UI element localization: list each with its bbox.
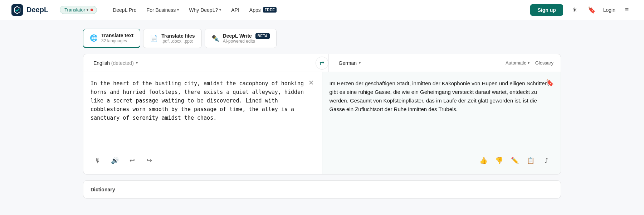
file-icon: 📄: [150, 34, 158, 42]
clear-source-button[interactable]: ✕: [306, 78, 316, 88]
bookmark-nav-button[interactable]: 🔖: [586, 4, 597, 16]
translator-container: English (detected) ▾ ⇄ German ▾ Auto: [83, 54, 561, 175]
automatic-chevron-icon: ▾: [528, 61, 530, 65]
hamburger-icon: ≡: [625, 6, 629, 14]
copy-icon: 📋: [527, 157, 535, 164]
signup-button[interactable]: Sign up: [530, 4, 563, 16]
source-lang-chevron-icon: ▾: [136, 61, 138, 65]
tab-translate-files-sub: .pdf, .docx, .pptx: [161, 39, 195, 44]
bookmark-translation-button[interactable]: 🔖: [545, 78, 555, 88]
nav-for-business[interactable]: For Business ▾: [147, 7, 179, 13]
tab-deepl-write-sub: AI-powered edits: [223, 39, 270, 44]
share-icon: ⤴: [545, 157, 548, 164]
translation-panels: ✕ 🎙 🔊 ↩ ↪: [83, 72, 561, 174]
thumbs-down-button[interactable]: 👎: [493, 155, 505, 166]
target-text-display: Im Herzen der geschäftigen Stadt, inmitt…: [330, 79, 554, 148]
target-language-area: German ▾ Automatic ▾ Glossary: [328, 54, 561, 72]
logo-text: DeepL: [26, 6, 48, 14]
microphone-button[interactable]: 🎙: [92, 155, 103, 166]
main-content: 🌐 Translate text 32 languages 📄 Translat…: [72, 20, 572, 207]
menu-button[interactable]: ≡: [621, 4, 633, 16]
swap-icon: ⇄: [319, 59, 324, 66]
source-language-button[interactable]: English (detected) ▾: [91, 58, 141, 68]
bookmark-nav-icon: 🔖: [588, 6, 596, 14]
translator-dropdown[interactable]: Translator ▾: [60, 6, 97, 14]
copy-translation-button[interactable]: 📋: [525, 155, 536, 166]
nav-deepl-pro[interactable]: DeepL Pro: [113, 7, 136, 13]
dictionary-section: Dictionary: [83, 180, 561, 199]
why-deepl-chevron-icon: ▾: [219, 8, 221, 12]
tab-translate-text[interactable]: 🌐 Translate text 32 languages: [83, 29, 140, 48]
redo-button[interactable]: ↪: [143, 155, 155, 166]
undo-icon: ↩: [130, 157, 135, 164]
tab-translate-text-label: Translate text: [101, 33, 133, 38]
target-language-button[interactable]: German ▾: [336, 58, 364, 68]
nav-apps-label: Apps: [249, 7, 261, 13]
tab-bar: 🌐 Translate text 32 languages 📄 Translat…: [83, 29, 561, 48]
translator-label: Translator: [64, 7, 85, 13]
nav-deepl-pro-label: DeepL Pro: [113, 7, 136, 13]
source-language-label: English (detected): [93, 60, 134, 66]
nav-api[interactable]: API: [231, 7, 239, 13]
thumbs-down-icon: 👎: [495, 157, 503, 164]
theme-toggle-button[interactable]: ☀: [569, 4, 580, 16]
swap-languages-button[interactable]: ⇄: [316, 57, 328, 70]
tab-translate-files[interactable]: 📄 Translate files .pdf, .docx, .pptx: [143, 29, 201, 48]
thumbs-up-icon: 👍: [479, 157, 487, 164]
language-bar: English (detected) ▾ ⇄ German ▾ Auto: [83, 54, 561, 72]
source-action-bar: 🎙 🔊 ↩ ↪: [91, 151, 315, 171]
login-link[interactable]: Login: [603, 7, 615, 13]
edit-icon: ✏️: [511, 157, 519, 164]
microphone-icon: 🎙: [94, 157, 101, 164]
target-language-label: German: [339, 60, 357, 66]
for-business-chevron-icon: ▾: [177, 8, 179, 12]
deepl-logo-icon: [11, 4, 23, 16]
pen-icon: ✒️: [211, 34, 219, 42]
target-action-right: 👍 👎 ✏️ 📋 ⤴: [478, 155, 552, 166]
header-right: Sign up ☀ 🔖 Login ≡: [530, 4, 633, 16]
nav-why-deepl[interactable]: Why DeepL? ▾: [189, 7, 221, 13]
target-panel: Im Herzen der geschäftigen Stadt, inmitt…: [322, 72, 561, 174]
thumbs-up-button[interactable]: 👍: [478, 155, 489, 166]
bookmark-icon: 🔖: [546, 79, 554, 87]
globe-icon: 🌐: [90, 34, 98, 42]
source-text-input[interactable]: [91, 79, 315, 148]
status-dot: [91, 9, 93, 11]
source-language-area: English (detected) ▾: [83, 54, 316, 72]
svg-rect-0: [11, 4, 23, 16]
logo-link[interactable]: DeepL: [11, 4, 48, 16]
speaker-icon: 🔊: [111, 157, 119, 164]
glossary-button[interactable]: Glossary: [535, 60, 553, 66]
tab-translate-text-sub: 32 languages: [101, 38, 133, 43]
share-translation-button[interactable]: ⤴: [541, 155, 552, 166]
tab-translate-files-label: Translate files: [161, 33, 195, 39]
apps-free-badge: FREE: [263, 7, 277, 13]
nav-why-deepl-label: Why DeepL?: [189, 7, 218, 13]
nav-apps[interactable]: Apps FREE: [249, 7, 277, 13]
dictionary-title: Dictionary: [91, 187, 115, 192]
clear-icon: ✕: [308, 79, 314, 87]
target-lang-controls: Automatic ▾ Glossary: [506, 60, 553, 66]
speak-button[interactable]: 🔊: [109, 155, 121, 166]
edit-translation-button[interactable]: ✏️: [509, 155, 521, 166]
automatic-label: Automatic: [506, 60, 526, 66]
source-panel: ✕ 🎙 🔊 ↩ ↪: [83, 72, 322, 174]
nav-api-label: API: [231, 7, 239, 13]
tab-deepl-write-label: DeepL Write: [223, 33, 252, 39]
target-action-bar: 👍 👎 ✏️ 📋 ⤴: [330, 151, 554, 171]
theme-icon: ☀: [572, 6, 577, 14]
beta-badge: BETA: [255, 33, 270, 39]
detected-label: (detected): [111, 60, 134, 66]
redo-icon: ↪: [147, 157, 152, 164]
undo-button[interactable]: ↩: [126, 155, 138, 166]
translator-chevron-icon: ▾: [87, 8, 88, 12]
main-nav: DeepL Pro For Business ▾ Why DeepL? ▾ AP…: [113, 7, 519, 13]
header: DeepL Translator ▾ DeepL Pro For Busines…: [0, 0, 644, 20]
nav-for-business-label: For Business: [147, 7, 176, 13]
target-lang-chevron-icon: ▾: [359, 61, 361, 65]
tab-deepl-write[interactable]: ✒️ DeepL Write BETA AI-powered edits: [205, 29, 277, 48]
automatic-button[interactable]: Automatic ▾: [506, 60, 530, 66]
